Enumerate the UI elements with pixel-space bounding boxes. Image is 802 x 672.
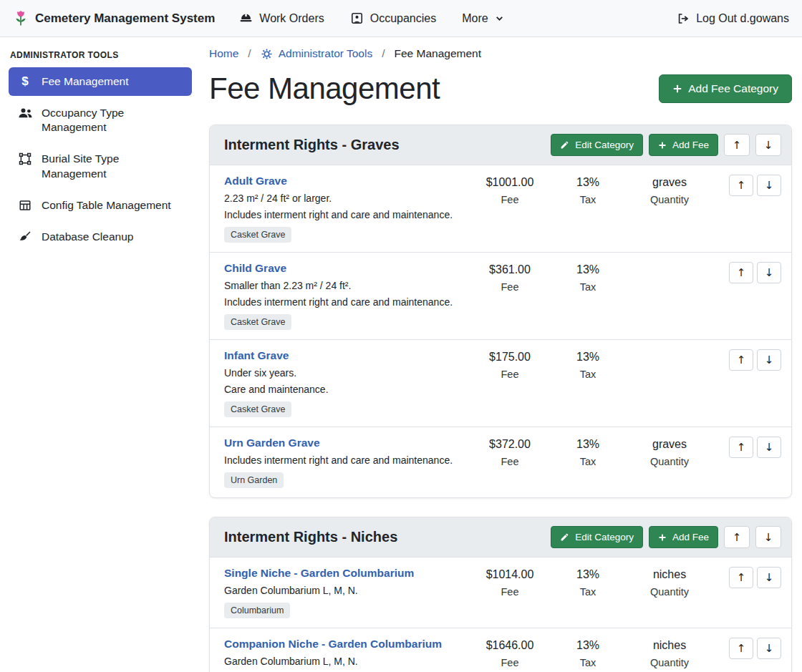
- sidebar-item-label: Database Cleanup: [42, 230, 133, 244]
- fee-value-label: Fee: [470, 281, 549, 293]
- pencil-icon: [560, 532, 569, 542]
- add-fee-label: Add Fee: [672, 140, 709, 150]
- edit-category-label: Edit Category: [575, 532, 634, 542]
- edit-category-button[interactable]: Edit Category: [551, 134, 643, 156]
- nav-more[interactable]: More: [462, 12, 503, 25]
- quantity-value: niches: [627, 568, 712, 581]
- move-fee-down-button[interactable]: ↓: [757, 262, 781, 283]
- move-fee-down-button[interactable]: ↓: [757, 437, 781, 458]
- fee-value: $1646.00: [470, 639, 549, 652]
- occupant-icon: [350, 11, 364, 25]
- vector-square-icon: [17, 152, 33, 165]
- category-actions: Edit Category Add Fee ↑ ↓: [551, 526, 781, 548]
- sidebar-item-label: Burial Site Type Management: [42, 152, 183, 180]
- add-fee-button[interactable]: Add Fee: [649, 526, 718, 548]
- arrow-down-icon: ↓: [765, 441, 774, 454]
- fee-tax: 13%Tax: [554, 175, 622, 205]
- move-category-up-button[interactable]: ↑: [724, 134, 750, 156]
- arrow-up-icon: ↑: [733, 139, 742, 152]
- category-title: Interment Rights - Graves: [224, 137, 400, 153]
- add-fee-button[interactable]: Add Fee: [649, 134, 718, 156]
- nav-more-label: More: [462, 12, 488, 25]
- sidebar-item-label: Occupancy Type Management: [42, 106, 183, 135]
- breadcrumb-admin-tools-label: Administrator Tools: [279, 47, 373, 60]
- tax-value: 13%: [554, 351, 622, 364]
- move-category-down-button[interactable]: ↓: [755, 134, 781, 156]
- fee-name-link[interactable]: Child Grave: [224, 262, 286, 275]
- sidebar-item-database-cleanup[interactable]: Database Cleanup: [9, 223, 192, 251]
- move-category-up-button[interactable]: ↑: [724, 526, 750, 548]
- fee-reorder-controls: ↑ ↓: [717, 638, 781, 659]
- fee-description: Includes interment right and care and ma…: [224, 454, 466, 466]
- nav-occupancies-label: Occupancies: [370, 12, 437, 25]
- logout-label: Log Out d.gowans: [696, 12, 789, 25]
- breadcrumb-current: Fee Management: [395, 47, 482, 60]
- breadcrumb-separator: /: [248, 47, 251, 60]
- move-fee-up-button[interactable]: ↑: [729, 175, 753, 196]
- fee-name-link[interactable]: Companion Niche - Garden Columbarium: [224, 638, 442, 651]
- fee-quantity: nichesQuantity: [627, 567, 712, 598]
- move-fee-up-button[interactable]: ↑: [729, 567, 753, 588]
- move-category-down-button[interactable]: ↓: [755, 526, 781, 548]
- page-header: Fee Management Add Fee Category: [209, 72, 792, 106]
- fee-info: Urn Garden Grave Includes interment righ…: [224, 437, 466, 488]
- hard-hat-icon: [239, 11, 253, 25]
- logout-icon: [677, 12, 690, 25]
- fee-tax: 13%Tax: [554, 349, 622, 380]
- category-header: Interment Rights - Graves Edit Category …: [210, 125, 791, 165]
- breadcrumb-home-link[interactable]: Home: [209, 47, 238, 60]
- sidebar-item-fee-management[interactable]: $ Fee Management: [9, 67, 192, 96]
- fee-name-link[interactable]: Infant Grave: [224, 349, 289, 362]
- arrow-up-icon: ↑: [737, 642, 746, 655]
- app-title: Cemetery Management System: [35, 11, 215, 26]
- add-fee-category-button[interactable]: Add Fee Category: [659, 74, 792, 103]
- fee-name-link[interactable]: Urn Garden Grave: [224, 437, 320, 449]
- fee-value: $372.00: [470, 438, 549, 451]
- move-fee-up-button[interactable]: ↑: [729, 262, 753, 283]
- sidebar-item-occupancy-type[interactable]: Occupancy Type Management: [9, 99, 192, 142]
- fee-description: 2.23 m² / 24 ft² or larger.: [224, 193, 466, 204]
- sidebar-item-config-table[interactable]: Config Table Management: [9, 191, 192, 220]
- fee-value-label: Fee: [470, 456, 549, 467]
- sidebar-item-burial-site-type[interactable]: Burial Site Type Management: [9, 145, 192, 188]
- breadcrumb: Home / Administrator Tools / Fee Managem…: [209, 47, 792, 60]
- move-fee-down-button[interactable]: ↓: [757, 349, 781, 371]
- nav-occupancies[interactable]: Occupancies: [350, 11, 437, 25]
- fee-value: $1014.00: [470, 568, 549, 581]
- fee-type-badge: Casket Grave: [224, 227, 291, 243]
- fee-amount: $1646.00Fee: [470, 638, 549, 668]
- fee-description: Smaller than 2.23 m² / 24 ft².: [224, 280, 466, 291]
- move-fee-up-button[interactable]: ↑: [729, 349, 753, 371]
- arrow-down-icon: ↓: [764, 139, 773, 152]
- fee-quantity: [627, 262, 712, 268]
- fee-value-label: Fee: [470, 586, 549, 598]
- logout-link[interactable]: Log Out d.gowans: [677, 12, 789, 25]
- fee-reorder-controls: ↑ ↓: [717, 262, 781, 283]
- breadcrumb-admin-tools-link[interactable]: Administrator Tools: [261, 47, 373, 60]
- edit-category-button[interactable]: Edit Category: [551, 526, 643, 548]
- quantity-label: Quantity: [627, 456, 712, 467]
- tax-value: 13%: [554, 639, 622, 652]
- move-fee-up-button[interactable]: ↑: [729, 437, 753, 458]
- broom-icon: [17, 230, 33, 243]
- tax-label: Tax: [554, 657, 622, 668]
- arrow-up-icon: ↑: [733, 531, 742, 544]
- arrow-up-icon: ↑: [737, 179, 746, 192]
- fee-description: Under six years.: [224, 367, 466, 379]
- move-fee-down-button[interactable]: ↓: [757, 567, 781, 588]
- fee-amount: $361.00Fee: [470, 262, 549, 293]
- nav-work-orders[interactable]: Work Orders: [239, 11, 324, 25]
- page-title: Fee Management: [209, 72, 440, 106]
- move-fee-down-button[interactable]: ↓: [757, 638, 781, 659]
- category-title: Interment Rights - Niches: [224, 529, 397, 545]
- fee-name-link[interactable]: Adult Grave: [224, 175, 287, 188]
- tax-label: Tax: [554, 369, 622, 380]
- move-fee-up-button[interactable]: ↑: [729, 638, 753, 659]
- fee-description: Care and maintenance.: [224, 384, 466, 395]
- move-fee-down-button[interactable]: ↓: [757, 175, 781, 196]
- fee-name-link[interactable]: Single Niche - Garden Columbarium: [224, 567, 414, 580]
- fee-type-badge: Urn Garden: [224, 472, 284, 488]
- arrow-down-icon: ↓: [765, 266, 774, 279]
- sidebar-item-label: Fee Management: [42, 74, 129, 89]
- gear-icon: [261, 48, 273, 60]
